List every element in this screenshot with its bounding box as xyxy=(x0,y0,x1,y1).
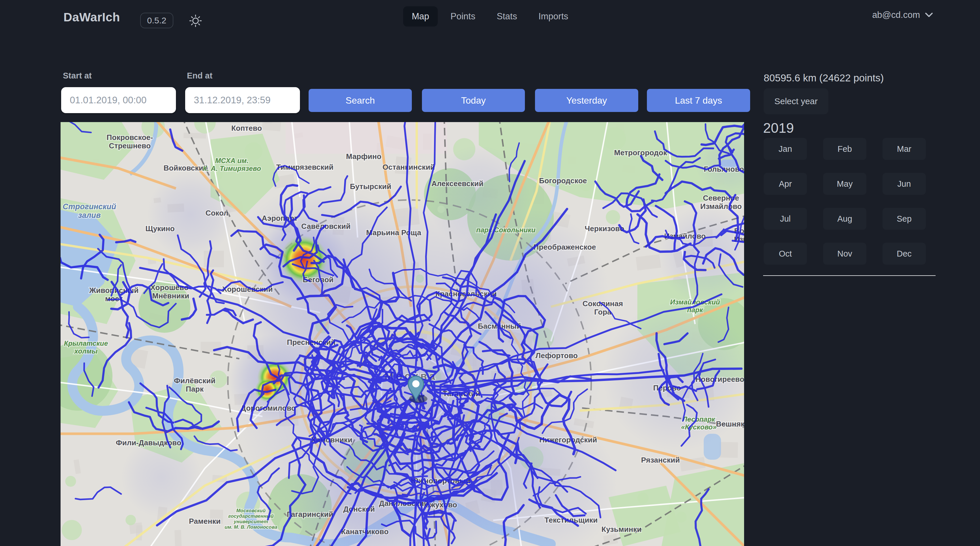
month-button-jul[interactable]: Jul xyxy=(764,208,807,230)
map-place-label: Бутырский xyxy=(350,182,391,191)
month-button-mar[interactable]: Mar xyxy=(883,138,926,160)
map-place-label: Алексеевский xyxy=(431,179,484,188)
map-place-label: Вешняки xyxy=(716,420,744,428)
map-place-label: Лефортово xyxy=(536,351,578,360)
map-place-label: Хорошёво-Мнёвники xyxy=(151,283,191,300)
map-place-label: Марьина Роща xyxy=(366,228,422,237)
month-button-may[interactable]: May xyxy=(823,173,866,195)
map-place-label: Текстильщики xyxy=(544,516,598,524)
map-place-label: Сокол xyxy=(205,209,228,217)
map-place-label: Останкинский xyxy=(382,163,435,171)
month-button-jan[interactable]: Jan xyxy=(764,138,807,160)
today-button[interactable]: Today xyxy=(422,89,525,112)
sun-icon xyxy=(188,13,203,28)
map-canvas[interactable]: + − КоптевоПокровское-СтрешневоТимирязев… xyxy=(60,122,744,546)
map-place-label: Щукино xyxy=(145,224,175,233)
map-place-label: Гагаринский xyxy=(287,510,333,519)
main-nav: Map Points Stats Imports xyxy=(403,6,577,27)
map-place-label: Раменки xyxy=(189,517,221,525)
month-button-apr[interactable]: Apr xyxy=(764,173,807,195)
month-button-sep[interactable]: Sep xyxy=(883,208,926,230)
map-place-label: Покровское-Стрешнево xyxy=(107,133,153,150)
user-email: ab@cd.com xyxy=(872,10,920,20)
month-button-jun[interactable]: Jun xyxy=(883,173,926,195)
select-year-button[interactable]: Select year xyxy=(764,88,828,114)
start-date-input[interactable] xyxy=(61,87,176,113)
month-button-nov[interactable]: Nov xyxy=(823,243,866,265)
month-button-aug[interactable]: Aug xyxy=(823,208,866,230)
distance-stats: 80595.6 km (24622 points) xyxy=(764,72,884,84)
month-button-feb[interactable]: Feb xyxy=(823,138,866,160)
tab-stats[interactable]: Stats xyxy=(488,6,526,27)
tab-map[interactable]: Map xyxy=(403,6,438,27)
start-at-label: Start at xyxy=(63,71,92,80)
map-tiles: КоптевоПокровское-СтрешневоТимирязевский… xyxy=(60,122,744,546)
theme-toggle[interactable] xyxy=(188,13,204,29)
map-place-label: Марфино xyxy=(346,152,382,161)
user-menu[interactable]: ab@cd.com xyxy=(872,10,933,20)
map-place-label: Войковский xyxy=(164,164,208,172)
end-date-input[interactable] xyxy=(185,87,300,113)
map-place-label: Богородское xyxy=(539,176,587,185)
map-place-label: Тимирязевский xyxy=(276,163,334,171)
map-place-label: Измайлово xyxy=(664,232,706,240)
yesterday-button[interactable]: Yesterday xyxy=(535,89,638,112)
tab-points[interactable]: Points xyxy=(442,6,484,27)
chevron-down-icon xyxy=(924,12,933,18)
sidebar-divider xyxy=(763,275,935,276)
version-badge: 0.5.2 xyxy=(140,13,173,28)
months-grid: Jan Feb Mar Apr May Jun Jul Aug Sep Oct … xyxy=(764,138,926,265)
map-place-label: Канатчиково xyxy=(341,527,389,536)
last-7-days-button[interactable]: Last 7 days xyxy=(647,89,750,112)
map-place-label: Рязанский xyxy=(641,456,680,465)
map-place-label: Преображенское xyxy=(533,243,596,251)
end-at-label: End at xyxy=(187,71,213,80)
search-button[interactable]: Search xyxy=(309,89,412,112)
map-place-label: парк Сокольники xyxy=(476,226,536,234)
app-logo: DaWarIch xyxy=(64,10,120,24)
tab-imports[interactable]: Imports xyxy=(530,6,577,27)
map-place-label: Фили-Давыдково xyxy=(116,438,181,447)
map-place-label: Лесопарк«Кусково» xyxy=(681,415,716,431)
month-button-oct[interactable]: Oct xyxy=(764,243,807,265)
year-heading: 2019 xyxy=(763,120,794,136)
map-place-label: Коптево xyxy=(231,124,262,133)
map-place-label: Кузьминки xyxy=(601,525,642,533)
month-button-dec[interactable]: Dec xyxy=(883,243,926,265)
